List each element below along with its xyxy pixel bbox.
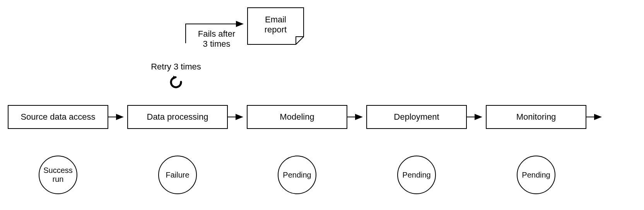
status-deployment: Pending	[397, 156, 436, 194]
step-data-processing: Data processing	[127, 105, 228, 129]
fails-after-label: Fails after 3 times	[190, 29, 244, 49]
status-modeling: Pending	[278, 156, 316, 194]
pipeline-diagram: Email report Fails after 3 times Retry 3…	[0, 0, 644, 210]
status-label: Failure	[166, 171, 189, 180]
step-monitoring: Monitoring	[486, 105, 586, 129]
status-label: Pending	[402, 171, 430, 180]
step-source-data-access: Source data access	[8, 105, 108, 129]
step-label: Source data access	[20, 112, 95, 122]
status-label: Pending	[522, 171, 550, 180]
step-deployment: Deployment	[366, 105, 467, 129]
step-label: Monitoring	[516, 112, 556, 122]
step-label: Data processing	[147, 112, 208, 122]
step-label: Deployment	[394, 112, 439, 122]
email-report-note: Email report	[248, 15, 304, 35]
status-label: Pending	[283, 171, 311, 180]
status-source-data-access: Success run	[39, 156, 77, 194]
status-label: Success run	[43, 166, 73, 184]
retry-label: Retry 3 times	[137, 62, 215, 72]
status-monitoring: Pending	[517, 156, 555, 194]
step-modeling: Modeling	[247, 105, 347, 129]
status-data-processing: Failure	[158, 156, 197, 194]
step-label: Modeling	[280, 112, 314, 122]
